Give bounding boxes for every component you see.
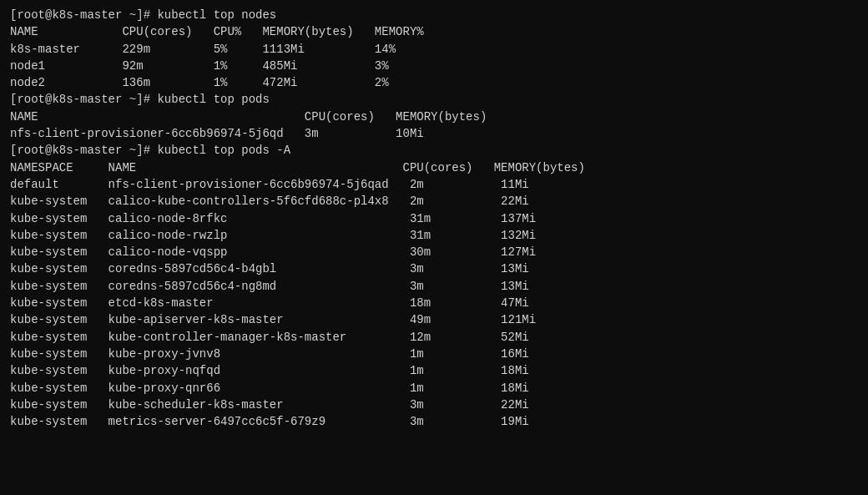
data-line: kube-system kube-proxy-qnr66 1m 18Mi (10, 380, 858, 397)
prompt-line: [root@k8s-master ~]# kubectl top pods (10, 91, 858, 108)
terminal: [root@k8s-master ~]# kubectl top nodesNA… (10, 7, 858, 488)
data-line: default nfs-client-provisioner-6cc6b9697… (10, 176, 858, 193)
data-line: kube-system kube-scheduler-k8s-master 3m… (10, 397, 858, 413)
data-line: kube-system coredns-5897cd56c4-ng8md 3m … (10, 278, 858, 295)
data-line: kube-system kube-proxy-jvnv8 1m 16Mi (10, 346, 858, 362)
data-line: kube-system calico-kube-controllers-5f6c… (10, 193, 858, 210)
data-line: k8s-master 229m 5% 1113Mi 14% (10, 41, 858, 58)
header-line: NAME CPU(cores) CPU% MEMORY(bytes) MEMOR… (10, 23, 858, 40)
output-container: [root@k8s-master ~]# kubectl top nodesNA… (10, 7, 858, 430)
data-line: node2 136m 1% 472Mi 2% (10, 74, 858, 91)
data-line: kube-system kube-controller-manager-k8s-… (10, 329, 858, 346)
data-line: nfs-client-provisioner-6cc6b96974-5j6qd … (10, 125, 858, 142)
data-line: kube-system metrics-server-6497cc6c5f-67… (10, 413, 858, 430)
data-line: kube-system etcd-k8s-master 18m 47Mi (10, 295, 858, 311)
data-line: kube-system kube-proxy-nqfqd 1m 18Mi (10, 362, 858, 379)
data-line: kube-system calico-node-rwzlp 31m 132Mi (10, 227, 858, 244)
prompt-line: [root@k8s-master ~]# kubectl top nodes (10, 7, 858, 23)
data-line: kube-system kube-apiserver-k8s-master 49… (10, 311, 858, 328)
data-line: kube-system calico-node-8rfkc 31m 137Mi (10, 210, 858, 227)
data-line: kube-system calico-node-vqspp 30m 127Mi (10, 244, 858, 260)
data-line: kube-system coredns-5897cd56c4-b4gbl 3m … (10, 260, 858, 277)
header-line: NAMESPACE NAME CPU(cores) MEMORY(bytes) (10, 159, 858, 176)
data-line: node1 92m 1% 485Mi 3% (10, 58, 858, 74)
prompt-line: [root@k8s-master ~]# kubectl top pods -A (10, 142, 858, 159)
header-line: NAME CPU(cores) MEMORY(bytes) (10, 109, 858, 125)
